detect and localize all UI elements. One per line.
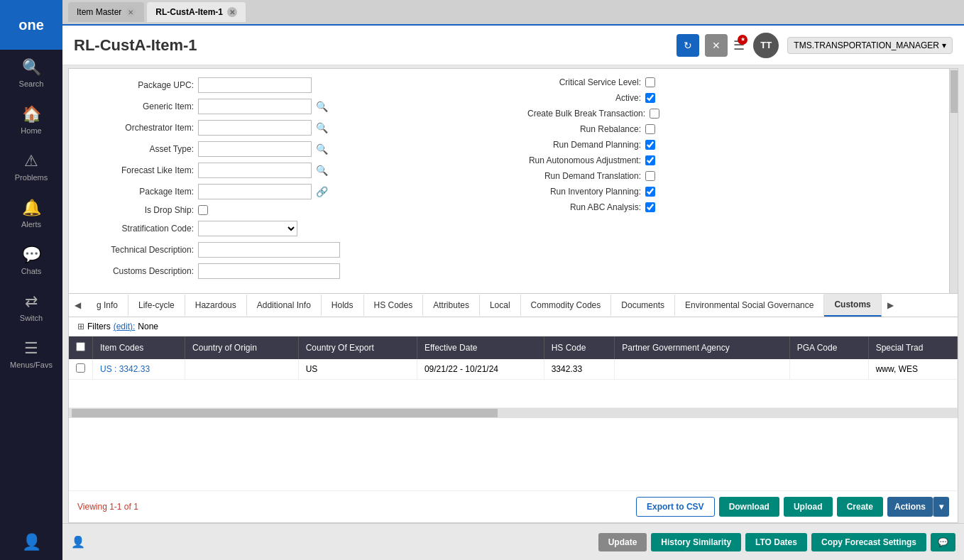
export-csv-button[interactable]: Export to CSV (636, 497, 715, 517)
lto-dates-button[interactable]: LTO Dates (745, 533, 807, 551)
tab-item-master[interactable]: Item Master ✕ (68, 2, 144, 22)
search-magnify-icon[interactable]: 🔍 (316, 101, 328, 112)
sidebar-item-chats[interactable]: 💬 Chats (0, 237, 62, 284)
tab-nav-additional-info[interactable]: Additional Info (247, 295, 322, 316)
switch-icon: ⇄ (25, 292, 38, 311)
upload-button[interactable]: Upload (784, 497, 833, 517)
history-similarity-button[interactable]: History Similarity (651, 533, 741, 551)
tab-nav-local[interactable]: Local (480, 295, 521, 316)
checkbox-run-abc-analysis[interactable] (645, 202, 655, 212)
tab-nav-hs-codes[interactable]: HS Codes (364, 295, 424, 316)
tab-nav-commodity-codes[interactable]: Commodity Codes (521, 295, 612, 316)
cell-effective-date: 09/21/22 - 10/21/24 (417, 359, 544, 380)
search-magnify-icon[interactable]: 🔍 (316, 165, 328, 176)
select-stratification-code[interactable] (198, 221, 297, 236)
tab-nav-customs[interactable]: Customs (824, 294, 881, 317)
sidebar-item-home[interactable]: 🏠 Home (0, 97, 62, 143)
form-row-run-demand-planning: Run Demand Planning: (527, 140, 946, 150)
checkbox-run-demand-planning[interactable] (645, 140, 655, 150)
input-technical-description[interactable] (198, 242, 340, 258)
label-asset-type: Asset Type: (80, 144, 194, 154)
checkbox-active[interactable] (645, 93, 655, 103)
tab-nav-holds[interactable]: Holds (322, 295, 364, 316)
tab-nav-environmental-social-governance[interactable]: Environmental Social Governance (675, 295, 824, 316)
header-actions: ↻ ✕ ☰ ★ TT TMS.TRANSPORTATION_MANAGER ▾ (677, 33, 953, 58)
app-logo[interactable]: one (0, 0, 62, 50)
select-all-checkbox[interactable] (76, 342, 85, 351)
chevron-down-icon: ▾ (939, 502, 943, 512)
viewing-text: Viewing 1-1 of 1 (77, 502, 138, 512)
filter-edit-link[interactable]: (edit): (114, 322, 136, 331)
form-row-forecast-like-item: Forecast Like Item: 🔍 (80, 163, 499, 178)
input-customs-description[interactable] (198, 263, 340, 279)
sidebar-item-problems[interactable]: ⚠ Problems (0, 143, 62, 190)
actions-button[interactable]: Actions (887, 497, 933, 517)
notifications-button[interactable]: ☰ ★ (733, 38, 745, 53)
tab-nav-left-arrow[interactable]: ◀ (69, 295, 87, 316)
scrollbar-thumb (951, 70, 958, 113)
input-package-upc[interactable] (198, 77, 312, 93)
form-row-package-upc: Package UPC: (80, 77, 499, 93)
input-orchestrator-item[interactable] (198, 120, 312, 136)
filter-icon: ⊞ (77, 322, 84, 331)
checkbox-run-autonomous-adjustment[interactable] (645, 155, 655, 165)
input-asset-type[interactable] (198, 141, 312, 157)
refresh-button[interactable]: ↻ (677, 34, 699, 57)
download-button[interactable]: Download (719, 497, 779, 517)
sidebar-item-menus-favs[interactable]: ☰ Menus/Favs (0, 331, 62, 378)
search-magnify-icon[interactable]: 🔍 (316, 122, 328, 133)
user-icon: 👤 (22, 533, 41, 551)
copy-forecast-settings-button[interactable]: Copy Forecast Settings (811, 533, 926, 551)
tab-nav-right-arrow[interactable]: ▶ (882, 295, 899, 316)
checkbox-run-rebalance[interactable] (645, 124, 655, 134)
tab-close-item-master[interactable]: ✕ (126, 7, 136, 17)
sidebar-item-label: Menus/Favs (10, 361, 53, 369)
checkbox-is-drop-ship[interactable] (198, 205, 208, 215)
actions-dropdown-button[interactable]: ▾ (933, 497, 949, 517)
vertical-scrollbar[interactable] (949, 69, 958, 293)
tab-nav-attributes[interactable]: Attributes (423, 295, 480, 316)
horizontal-scrollbar[interactable] (69, 408, 958, 418)
checkbox-run-demand-translation[interactable] (645, 171, 655, 181)
tab-nav-lifecycle[interactable]: Life-cycle (128, 295, 185, 316)
form-row-generic-item: Generic Item: 🔍 (80, 99, 499, 114)
input-forecast-like-item[interactable] (198, 163, 312, 178)
input-generic-item[interactable] (198, 99, 312, 114)
form-row-run-rebalance: Run Rebalance: (527, 124, 946, 134)
checkbox-run-inventory-planning[interactable] (645, 187, 655, 197)
header-hs-code: HS Code (544, 336, 615, 359)
form-row-is-drop-ship: Is Drop Ship: (80, 205, 499, 215)
checkbox-create-bulk-break[interactable] (650, 109, 659, 119)
tab-nav-documents[interactable]: Documents (611, 295, 675, 316)
label-technical-description: Technical Description: (80, 245, 194, 255)
comment-button[interactable]: 💬 (931, 533, 955, 551)
input-package-item[interactable] (198, 184, 312, 199)
item-codes-link[interactable]: US : 3342.33 (100, 364, 150, 374)
table-footer: Viewing 1-1 of 1 Export to CSV Download … (69, 490, 958, 522)
form-row-customs-description: Customs Description: (80, 263, 499, 279)
sidebar-item-alerts[interactable]: 🔔 Alerts (0, 190, 62, 237)
sidebar-item-user[interactable]: 👤 (0, 525, 62, 560)
tab-nav-hazardous[interactable]: Hazardous (185, 295, 247, 316)
form-row-run-inventory-planning: Run Inventory Planning: (527, 187, 946, 197)
sidebar-item-switch[interactable]: ⇄ Switch (0, 284, 62, 331)
label-critical-service-level: Critical Service Level: (527, 77, 641, 87)
table-container: Item Codes Country of Origin Country Of … (69, 336, 958, 490)
tab-nav-g-info[interactable]: g Info (87, 295, 128, 316)
search-magnify-icon[interactable]: 🔍 (316, 143, 328, 155)
close-button[interactable]: ✕ (705, 34, 728, 57)
page-header: RL-CustA-Item-1 ↻ ✕ ☰ ★ TT TMS.TRANSPORT… (62, 26, 964, 65)
header-pga-code: PGA Code (789, 336, 868, 359)
create-button[interactable]: Create (837, 497, 883, 517)
link-icon[interactable]: 🔗 (316, 186, 328, 197)
update-button[interactable]: Update (598, 533, 647, 551)
user-dropdown[interactable]: TMS.TRANSPORTATION_MANAGER ▾ (787, 37, 953, 54)
tab-rl-custa-item-1[interactable]: RL-CustA-Item-1 ✕ (147, 2, 246, 22)
row-checkbox[interactable] (76, 363, 85, 373)
checkbox-critical-service-level[interactable] (645, 77, 655, 87)
tab-close-rl-custa[interactable]: ✕ (227, 7, 237, 17)
sidebar-item-label: Chats (21, 267, 42, 275)
sidebar-item-search[interactable]: 🔍 Search (0, 50, 62, 97)
label-create-bulk-break: Create Bulk Break Transaction: (527, 109, 645, 119)
filter-bar: ⊞ Filters (edit): None (69, 317, 958, 336)
